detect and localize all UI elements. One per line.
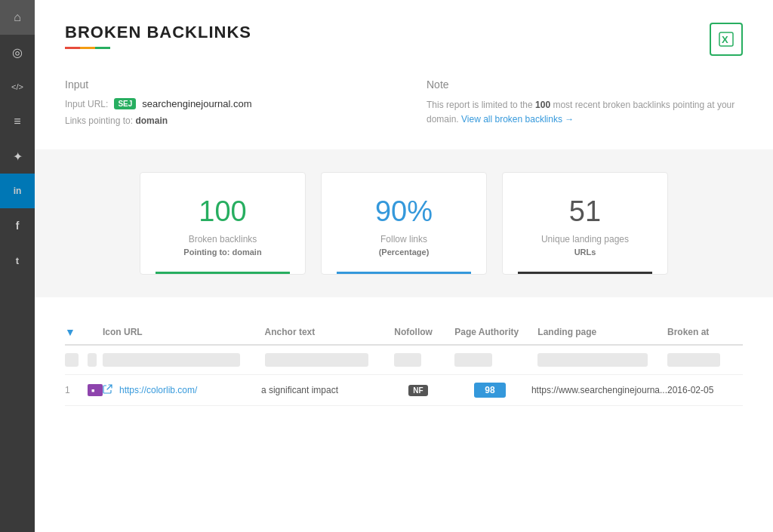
table-row-skeleton	[65, 346, 743, 375]
sidebar-item-facebook[interactable]: f	[0, 208, 35, 243]
sidebar-item-notifications[interactable]: ◎	[0, 35, 35, 69]
row-url-cell: https://colorlib.com/	[103, 384, 261, 396]
note-label: Note	[427, 78, 743, 91]
home-icon: ⌂	[14, 11, 21, 24]
th-anchor: Anchor text	[265, 327, 395, 337]
main-content: BROKEN BACKLINKS X Input Input URL: SEJ …	[35, 0, 773, 532]
stat-card-landing: 51 Unique landing pages URLs	[502, 172, 668, 275]
row-number: 1	[65, 385, 88, 395]
links-pointing: Links pointing to: domain	[65, 115, 381, 126]
bell-icon: ◎	[12, 45, 23, 60]
external-link-icon	[103, 384, 115, 396]
stat-title-landing: Unique landing pages	[518, 234, 652, 244]
th-landing: Landing page	[537, 327, 667, 337]
stat-subtitle-backlinks: Pointing to: domain	[156, 248, 290, 257]
input-section-label: Input	[65, 78, 381, 91]
th-toggle: ▼	[65, 326, 88, 338]
stat-number-follow: 90%	[337, 195, 471, 228]
input-url-row: Input URL: SEJ searchenginejournal.com	[65, 98, 381, 109]
stat-subtitle-follow: (Percentage)	[337, 248, 471, 257]
input-block: Input Input URL: SEJ searchenginejournal…	[65, 78, 381, 127]
sidebar-item-code[interactable]: </>	[0, 69, 35, 104]
stats-grid: 100 Broken backlinks Pointing to: domain…	[50, 172, 758, 275]
row-anchor: a significant impact	[261, 385, 388, 395]
stat-bar-follow	[337, 272, 471, 274]
domain-favicon: ■	[88, 384, 103, 396]
page-header: BROKEN BACKLINKS X	[65, 23, 743, 56]
stat-bar-backlinks	[156, 272, 290, 274]
th-broken: Broken at	[667, 327, 743, 337]
facebook-icon: f	[16, 220, 20, 232]
linkedin-icon: in	[14, 186, 22, 196]
title-block: BROKEN BACKLINKS	[65, 23, 251, 49]
stat-card-backlinks: 100 Broken backlinks Pointing to: domain	[140, 172, 306, 275]
th-nofollow: Nofollow	[394, 327, 454, 337]
note-block: Note This report is limited to the 100 m…	[427, 78, 743, 127]
row-url[interactable]: https://colorlib.com/	[119, 385, 261, 395]
url-value: searchenginejournal.com	[142, 98, 251, 109]
stat-bar-landing	[518, 272, 652, 274]
table-section: ▼ Icon URL Anchor text Nofollow Page Aut…	[65, 320, 743, 406]
row-broken-date: 2016-02-05	[667, 385, 743, 395]
row-pa: 98	[448, 383, 531, 398]
export-excel-button[interactable]: X	[710, 23, 743, 56]
sidebar-item-twitter[interactable]: t	[0, 243, 35, 278]
stat-title-backlinks: Broken backlinks	[156, 234, 290, 244]
stat-title-follow: Follow links	[337, 234, 471, 244]
th-icon-url: Icon URL	[103, 327, 265, 337]
list-icon: ≡	[14, 115, 20, 128]
table-header: ▼ Icon URL Anchor text Nofollow Page Aut…	[65, 320, 743, 346]
table-row: 1 ■ https://colorlib.com/ a signif	[65, 375, 743, 406]
sidebar-item-list[interactable]: ≡	[0, 104, 35, 139]
sidebar: ⌂ ◎ </> ≡ ✦ in f t	[0, 0, 35, 532]
twitter-icon: t	[16, 255, 19, 266]
th-pa: Page Authority	[454, 327, 537, 337]
note-text: This report is limited to the 100 most r…	[427, 98, 743, 127]
tools-icon: ✦	[13, 149, 23, 164]
code-icon: </>	[11, 82, 23, 91]
sidebar-item-home[interactable]: ⌂	[0, 0, 35, 35]
row-nofollow: NF	[388, 385, 448, 396]
row-domain-icon: ■	[88, 384, 103, 396]
stat-number-backlinks: 100	[156, 195, 290, 228]
sidebar-item-tools[interactable]: ✦	[0, 139, 35, 174]
stat-card-follow: 90% Follow links (Percentage)	[321, 172, 487, 275]
sei-badge: SEJ	[114, 98, 136, 109]
stat-number-landing: 51	[518, 195, 652, 228]
stats-section: 100 Broken backlinks Pointing to: domain…	[35, 149, 773, 297]
view-all-link[interactable]: View all broken backlinks →	[461, 114, 574, 125]
sort-icon[interactable]: ▼	[65, 326, 75, 338]
sidebar-item-linkedin[interactable]: in	[0, 174, 35, 208]
title-underline	[65, 47, 110, 49]
stat-subtitle-landing: URLs	[518, 248, 652, 257]
svg-text:■: ■	[91, 388, 94, 393]
nf-badge: NF	[408, 385, 427, 396]
page-title: BROKEN BACKLINKS	[65, 23, 251, 42]
svg-text:X: X	[722, 34, 728, 45]
input-note-section: Input Input URL: SEJ searchenginejournal…	[65, 78, 743, 127]
pa-value: 98	[474, 383, 505, 398]
url-label: Input URL:	[65, 99, 108, 109]
row-landing: https://www.searchenginejourna...	[531, 385, 667, 395]
